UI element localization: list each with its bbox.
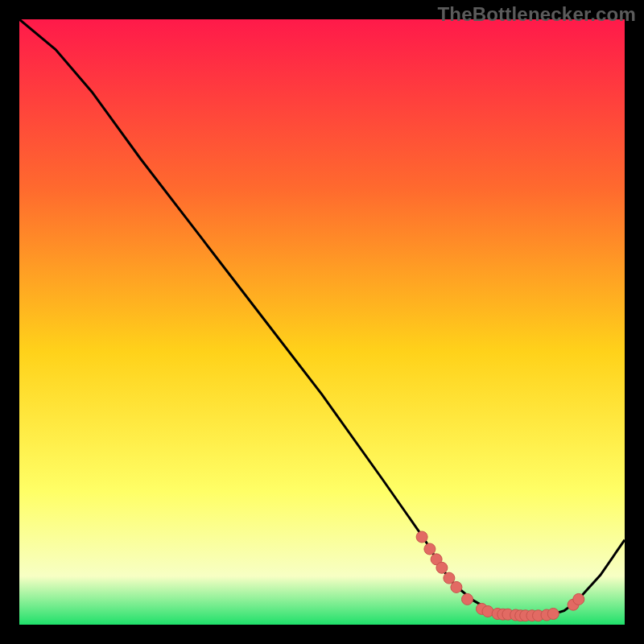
- plot-area: [19, 19, 625, 625]
- chart-svg: [19, 19, 625, 625]
- data-marker: [451, 581, 462, 592]
- data-marker: [416, 531, 427, 543]
- data-marker: [547, 609, 559, 620]
- watermark-text: TheBottlenecker.com: [437, 3, 636, 26]
- chart-frame: TheBottlenecker.com: [0, 0, 644, 644]
- gradient-background: [19, 19, 625, 625]
- data-marker: [573, 593, 584, 605]
- data-marker: [462, 593, 473, 605]
- data-marker: [436, 562, 448, 573]
- data-marker: [424, 543, 436, 555]
- data-marker: [444, 572, 455, 584]
